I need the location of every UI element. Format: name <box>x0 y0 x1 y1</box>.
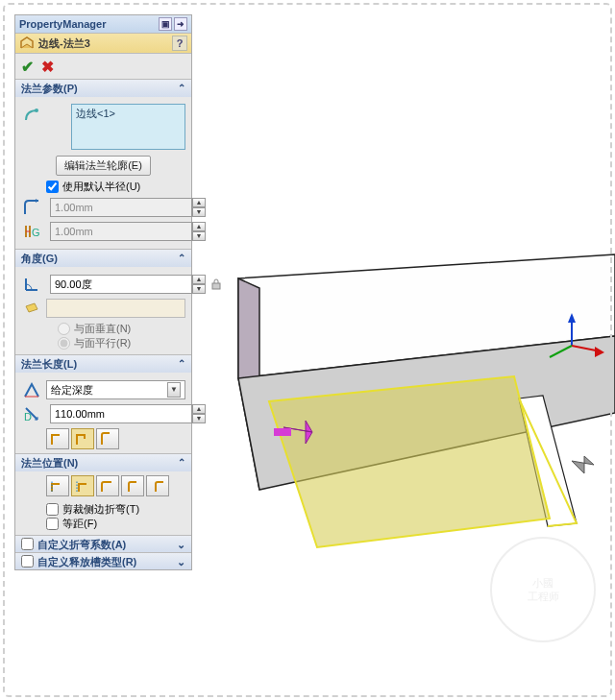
use-default-radius-checkbox[interactable] <box>46 181 59 193</box>
spin-up[interactable]: ▲ <box>192 404 206 414</box>
cancel-button[interactable]: ✖ <box>41 58 54 76</box>
perpendicular-radio <box>58 323 70 335</box>
svg-marker-4 <box>269 376 550 547</box>
chevron-down-icon: ⌄ <box>177 553 185 570</box>
confirm-bar: ✔ ✖ <box>15 54 191 79</box>
chevron-up-icon: ⌃ <box>178 250 185 267</box>
offset-checkbox[interactable] <box>46 518 59 530</box>
pm-title: PropertyManager <box>19 15 157 33</box>
pos-opt-1[interactable] <box>46 475 69 496</box>
edge-select-icon <box>21 104 42 125</box>
spin-down[interactable]: ▼ <box>192 231 206 241</box>
spin-up[interactable]: ▲ <box>192 198 206 207</box>
svg-rect-6 <box>274 428 291 436</box>
pos-opt-4[interactable] <box>121 475 144 496</box>
svg-text:G: G <box>32 227 40 238</box>
edge-flange-icon <box>19 36 35 51</box>
section-header-angle[interactable]: 角度(G) ⌃ <box>15 250 191 267</box>
svg-marker-7 <box>572 456 594 473</box>
pos-opt-3[interactable] <box>96 475 119 496</box>
section-angle: 角度(G) ⌃ ▲▼ <box>15 249 191 354</box>
end-condition-icon <box>21 379 42 400</box>
length-ref-1[interactable] <box>46 428 69 449</box>
section-header-position[interactable]: 法兰位置(N) ⌃ <box>15 454 191 471</box>
length-icon: D <box>21 403 42 424</box>
bend-radius-input[interactable]: ▲▼ <box>50 198 206 217</box>
drag-arrow-secondary[interactable] <box>572 456 594 473</box>
section-custom-relief[interactable]: 自定义释放槽类型(R) ⌄ <box>15 552 191 569</box>
ref-face-icon <box>21 298 42 319</box>
watermark: 小國 工程师 <box>490 537 596 642</box>
parallel-label: 与面平行(R) <box>74 336 131 350</box>
pos-opt-2[interactable] <box>71 475 94 496</box>
spin-down[interactable]: ▼ <box>192 284 206 294</box>
use-default-radius-label: 使用默认半径(U) <box>62 180 140 194</box>
length-input[interactable]: ▲▼ <box>50 404 206 423</box>
chevron-down-icon: ⌄ <box>177 536 185 553</box>
custom-relief-checkbox[interactable] <box>21 555 34 567</box>
feature-name: 边线-法兰3 <box>38 33 90 54</box>
pos-opt-5[interactable] <box>146 475 169 496</box>
spin-down[interactable]: ▼ <box>192 207 206 217</box>
help-button[interactable]: ? <box>172 36 187 51</box>
angle-icon <box>21 274 42 295</box>
section-custom-bend-allowance[interactable]: 自定义折弯系数(A) ⌄ <box>15 535 191 552</box>
spin-up[interactable]: ▲ <box>192 222 206 231</box>
svg-marker-16 <box>26 303 37 312</box>
section-position: 法兰位置(N) ⌃ 剪裁侧边折弯(T) 等距(F) <box>15 453 191 535</box>
chevron-up-icon: ⌃ <box>178 454 185 471</box>
chevron-up-icon: ⌃ <box>178 355 185 373</box>
section-length: 法兰长度(L) ⌃ 给定深度 ▼ D ▲▼ <box>15 354 191 453</box>
length-ref-2[interactable] <box>71 428 94 449</box>
svg-text:D: D <box>24 411 32 422</box>
section-flange-params: 法兰参数(P) ⌃ 边线<1> 编辑法兰轮廓(E) 使用默认半径(U) <box>15 79 191 249</box>
custom-bend-allowance-checkbox[interactable] <box>21 538 34 550</box>
perpendicular-label: 与面垂直(N) <box>74 322 131 336</box>
length-ref-3[interactable] <box>96 428 119 449</box>
chevron-down-icon: ▼ <box>167 382 181 398</box>
section-header-params[interactable]: 法兰参数(P) ⌃ <box>15 80 191 97</box>
svg-point-13 <box>35 109 38 112</box>
parallel-radio <box>58 337 70 350</box>
lock-icon[interactable] <box>209 274 223 295</box>
angle-input[interactable]: ▲▼ <box>50 275 206 294</box>
pm-header: PropertyManager ▣ ➜ <box>15 15 191 33</box>
graphics-viewport[interactable]: 小國 工程师 <box>192 0 615 700</box>
svg-rect-15 <box>212 283 220 289</box>
chevron-up-icon: ⌃ <box>178 80 185 97</box>
pin-icon[interactable]: ▣ <box>159 17 172 31</box>
gap-input[interactable]: ▲▼ <box>50 222 206 241</box>
bend-radius-icon <box>21 197 42 218</box>
arrow-icon[interactable]: ➜ <box>174 17 187 31</box>
spin-up[interactable]: ▲ <box>192 275 206 284</box>
edge-selection-list[interactable]: 边线<1> <box>71 104 185 150</box>
trim-side-bends-label: 剪裁侧边折弯(T) <box>62 502 139 517</box>
property-manager-panel: PropertyManager ▣ ➜ 边线-法兰3 ? ✔ ✖ 法兰参数(P)… <box>14 14 192 570</box>
offset-label: 等距(F) <box>62 517 97 531</box>
edit-flange-profile-button[interactable]: 编辑法兰轮廓(E) <box>56 156 151 176</box>
ref-face-field[interactable] <box>46 299 185 318</box>
feature-title-bar: 边线-法兰3 ? <box>15 33 191 54</box>
trim-side-bends-checkbox[interactable] <box>46 503 59 516</box>
gap-icon: G <box>21 221 42 242</box>
end-condition-select[interactable]: 给定深度 ▼ <box>46 380 185 399</box>
ok-button[interactable]: ✔ <box>21 58 34 76</box>
section-header-length[interactable]: 法兰长度(L) ⌃ <box>15 355 191 373</box>
spin-down[interactable]: ▼ <box>192 414 206 423</box>
